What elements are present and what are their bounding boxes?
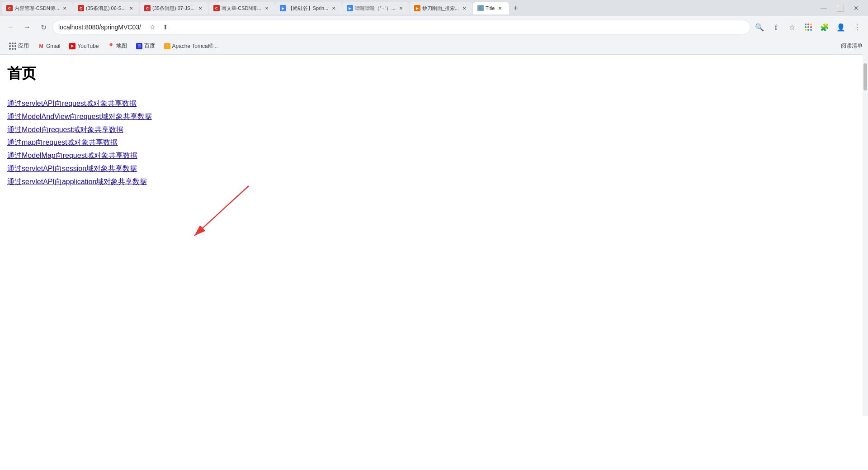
- bookmark-youtube-label: YouTube: [77, 43, 99, 49]
- tab-1-title: 内容管理-CSDN博...: [14, 5, 59, 12]
- link-5[interactable]: 通过ModelMap向request域对象共享数据: [7, 149, 861, 162]
- link-6[interactable]: 通过servletAPI向session域对象共享数据: [7, 162, 861, 176]
- tab-bar-close[interactable]: ✕: [850, 2, 863, 14]
- menu-icon[interactable]: ⋮: [850, 20, 864, 34]
- tab-bar-minimize[interactable]: —: [817, 2, 830, 14]
- profile-icon[interactable]: 👤: [834, 20, 848, 34]
- svg-line-10: [194, 186, 249, 236]
- scrollbar-thumb[interactable]: [863, 63, 867, 90]
- bookmark-youtube[interactable]: ▶ YouTube: [66, 41, 102, 51]
- share-icon[interactable]: ⬆: [161, 23, 170, 32]
- tab-3-close[interactable]: ✕: [197, 5, 204, 12]
- search-icon[interactable]: 🔍: [752, 20, 767, 34]
- tab-5-title: 【尚硅谷】Sprin...: [288, 5, 329, 12]
- tab-1-favicon: C: [6, 5, 13, 11]
- tab-7-close[interactable]: ✕: [461, 5, 468, 12]
- tab-5-favicon: ▶: [280, 5, 286, 11]
- tab-3-title: (35条消息) 07-JS...: [152, 5, 195, 12]
- tab-bar-restore[interactable]: ⬜: [834, 2, 846, 14]
- gmail-icon: M: [38, 43, 44, 49]
- tab-7-favicon: ▶: [414, 5, 420, 11]
- bookmark-tomcat-label: Apache Tomcat®...: [172, 43, 218, 49]
- bookmark-star-icon[interactable]: ☆: [148, 23, 157, 32]
- chrome-right-icons: 🔍 ⇧ ☆ 🧩 👤 ⋮: [752, 20, 864, 34]
- link-7[interactable]: 通过servletAPI向application域对象共享数据: [7, 176, 861, 189]
- apps-grid-icon: [9, 43, 16, 50]
- baidu-icon: 百: [136, 43, 142, 49]
- tab-8[interactable]: 🌐 Title ✕: [473, 2, 509, 14]
- extensions-icon[interactable]: 🧩: [817, 20, 832, 34]
- star-icon[interactable]: ☆: [785, 20, 799, 34]
- svg-point-3: [805, 26, 807, 28]
- tab-6-favicon: ▶: [347, 5, 353, 11]
- address-bar[interactable]: localhost:8080/springMVC03/ ☆ ⬆: [52, 20, 750, 34]
- links-container: 通过servletAPI向request域对象共享数据 通过ModelAndVi…: [7, 97, 861, 189]
- chrome-share-icon[interactable]: ⇧: [769, 20, 783, 34]
- red-arrow-annotation: [90, 181, 362, 272]
- tab-7[interactable]: ▶ 炒刀削面_搜索... ✕: [410, 2, 472, 14]
- page-title: 首页: [7, 64, 861, 84]
- scrollbar[interactable]: [863, 54, 868, 416]
- svg-point-5: [810, 26, 812, 28]
- link-2[interactable]: 通过ModelAndView向request域对象共享数据: [7, 110, 861, 123]
- back-button[interactable]: ←: [4, 20, 18, 34]
- tab-6-close[interactable]: ✕: [397, 5, 405, 12]
- link-1[interactable]: 通过servletAPI向request域对象共享数据: [7, 97, 861, 110]
- bookmark-baidu-label: 百度: [144, 42, 155, 50]
- address-text: localhost:8080/springMVC03/: [58, 24, 141, 31]
- tab-2-close[interactable]: ✕: [127, 5, 135, 12]
- svg-point-1: [807, 24, 809, 25]
- bookmark-maps[interactable]: 📍 地图: [104, 40, 131, 52]
- bookmarks-bar: 应用 M Gmail ▶ YouTube 📍 地图 百 百度 T Apache …: [0, 38, 868, 54]
- tab-2[interactable]: C (35条消息) 06-S... ✕: [73, 2, 139, 14]
- tab-bar: C 内容管理-CSDN博... ✕ C (35条消息) 06-S... ✕ C …: [0, 0, 868, 16]
- link-3[interactable]: 通过Model向request域对象共享数据: [7, 123, 861, 137]
- bookmark-apps-label: 应用: [18, 42, 29, 50]
- new-tab-button[interactable]: +: [509, 2, 522, 14]
- reading-list-label: 阅读清单: [841, 42, 863, 50]
- tomcat-icon: T: [164, 43, 170, 49]
- svg-point-6: [805, 29, 807, 31]
- tab-4-title: 写文章-CSDN博...: [222, 5, 261, 12]
- bookmark-tomcat[interactable]: T Apache Tomcat®...: [160, 41, 222, 51]
- tab-1[interactable]: C 内容管理-CSDN博... ✕: [2, 2, 73, 14]
- tab-5-close[interactable]: ✕: [330, 5, 337, 12]
- bookmark-baidu[interactable]: 百 百度: [132, 40, 159, 52]
- bookmark-gmail-label: Gmail: [46, 43, 60, 49]
- bookmark-gmail[interactable]: M Gmail: [34, 41, 64, 51]
- tab-1-close[interactable]: ✕: [61, 5, 68, 12]
- bookmark-maps-label: 地图: [116, 42, 127, 50]
- browser-chrome: C 内容管理-CSDN博... ✕ C (35条消息) 06-S... ✕ C …: [0, 0, 868, 55]
- svg-point-4: [807, 26, 809, 28]
- forward-button[interactable]: →: [20, 20, 34, 34]
- tab-2-favicon: C: [78, 5, 84, 11]
- link-4[interactable]: 通过map向request域对象共享数据: [7, 136, 861, 149]
- tab-2-title: (35条消息) 06-S...: [86, 5, 126, 12]
- svg-point-7: [807, 29, 809, 31]
- tab-6-title: 哔哩哔哩（' - '）...: [355, 5, 395, 12]
- google-apps-icon[interactable]: [801, 20, 816, 34]
- reload-button[interactable]: ↻: [36, 20, 51, 34]
- reading-list-button[interactable]: 阅读清单: [841, 42, 863, 50]
- tab-3-favicon: C: [144, 5, 151, 11]
- tab-4-close[interactable]: ✕: [263, 5, 270, 12]
- maps-icon: 📍: [108, 43, 114, 49]
- youtube-icon: ▶: [69, 43, 75, 49]
- tab-7-title: 炒刀削面_搜索...: [422, 5, 459, 12]
- svg-point-8: [810, 29, 812, 31]
- tab-bar-right: — ⬜ ✕: [817, 2, 866, 14]
- tab-3[interactable]: C (35条消息) 07-JS... ✕: [140, 2, 208, 14]
- tab-4-favicon: C: [213, 5, 220, 11]
- tab-6[interactable]: ▶ 哔哩哔哩（' - '）... ✕: [342, 2, 409, 14]
- tab-5[interactable]: ▶ 【尚硅谷】Sprin... ✕: [275, 2, 342, 14]
- svg-point-2: [810, 24, 812, 25]
- bookmark-apps[interactable]: 应用: [5, 40, 33, 52]
- tab-4[interactable]: C 写文章-CSDN博... ✕: [209, 2, 275, 14]
- tab-8-title: Title: [486, 5, 495, 11]
- svg-point-0: [805, 24, 807, 25]
- address-bar-icons: ☆ ⬆: [148, 23, 170, 32]
- address-bar-row: ← → ↻ localhost:8080/springMVC03/ ☆ ⬆ 🔍 …: [0, 16, 868, 38]
- tab-8-favicon: 🌐: [477, 5, 484, 11]
- tab-8-close[interactable]: ✕: [496, 5, 504, 12]
- page-content: 首页 通过servletAPI向request域对象共享数据 通过ModelAn…: [0, 55, 868, 439]
